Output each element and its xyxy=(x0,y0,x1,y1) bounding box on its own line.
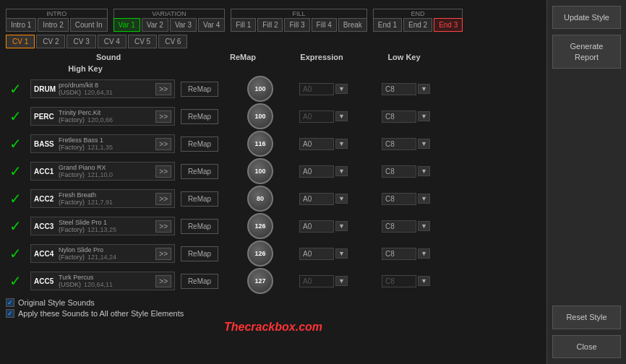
high-key-arrow-7[interactable]: ▼ xyxy=(418,276,430,286)
high-key-input-3[interactable] xyxy=(382,165,416,178)
remap-btn-6[interactable]: ReMap xyxy=(181,246,218,261)
remap-btn-3[interactable]: ReMap xyxy=(181,164,218,179)
instrument-checkbox-5[interactable]: ✓ xyxy=(6,217,25,235)
remap-btn-0[interactable]: ReMap xyxy=(181,82,218,97)
sound-arrow-5[interactable]: >> xyxy=(155,220,171,233)
instrument-checkbox-2[interactable]: ✓ xyxy=(6,134,25,153)
nav-btn-break[interactable]: Break xyxy=(338,18,367,32)
nav-btn-fill1[interactable]: Fill 1 xyxy=(231,18,256,32)
expression-knob-4[interactable]: 80 xyxy=(247,186,273,212)
cv-tab-3[interactable]: CV 4 xyxy=(98,35,127,48)
sound-arrow-2[interactable]: >> xyxy=(155,138,171,150)
high-key-arrow-0[interactable]: ▼ xyxy=(418,84,430,94)
remap-btn-7[interactable]: ReMap xyxy=(181,274,218,289)
low-key-cell-7: ▼ xyxy=(299,275,379,287)
low-key-input-6[interactable] xyxy=(299,248,334,260)
low-key-arrow-0[interactable]: ▼ xyxy=(335,84,348,94)
remap-col-header: ReMap xyxy=(207,53,279,61)
low-key-input-1[interactable] xyxy=(299,110,334,123)
low-key-input-0[interactable] xyxy=(299,83,334,95)
low-key-col-header: Low Key xyxy=(364,53,444,61)
expression-knob-5[interactable]: 126 xyxy=(247,213,273,239)
nav-section-variation: VARIATIONVar 1Var 2Var 3Var 4 xyxy=(113,9,226,32)
high-key-input-6[interactable] xyxy=(382,248,416,260)
remap-btn-1[interactable]: ReMap xyxy=(181,109,218,124)
nav-btn-countin[interactable]: Count In xyxy=(70,18,108,32)
expression-knob-2[interactable]: 116 xyxy=(247,131,273,157)
nav-btn-fill3[interactable]: Fill 3 xyxy=(284,18,309,32)
generate-report-button[interactable]: Generate Report xyxy=(552,35,621,69)
low-key-cell-3: ▼ xyxy=(299,165,379,178)
high-key-arrow-5[interactable]: ▼ xyxy=(418,221,430,231)
nav-btn-var1[interactable]: Var 1 xyxy=(113,18,140,32)
high-key-arrow-4[interactable]: ▼ xyxy=(418,194,430,204)
sound-arrow-6[interactable]: >> xyxy=(155,248,171,260)
sound-arrow-0[interactable]: >> xyxy=(155,83,171,95)
nav-btn-end1[interactable]: End 1 xyxy=(373,18,402,32)
low-key-arrow-5[interactable]: ▼ xyxy=(335,221,348,231)
expression-knob-6[interactable]: 126 xyxy=(247,240,273,266)
cv-tab-5[interactable]: CV 6 xyxy=(158,35,187,48)
update-style-button[interactable]: Update Style xyxy=(552,6,621,29)
option1-checkbox[interactable] xyxy=(6,298,14,307)
high-key-input-4[interactable] xyxy=(382,193,416,205)
cv-tab-2[interactable]: CV 3 xyxy=(67,35,95,48)
nav-btn-var2[interactable]: Var 2 xyxy=(142,18,168,32)
nav-btn-fill4[interactable]: Fill 4 xyxy=(312,18,337,32)
low-key-input-7[interactable] xyxy=(299,275,334,287)
expression-knob-1[interactable]: 100 xyxy=(247,103,273,129)
nav-btn-var3[interactable]: Var 3 xyxy=(170,18,197,32)
nav-btn-fill2[interactable]: Fill 2 xyxy=(257,18,283,32)
expression-knob-3[interactable]: 100 xyxy=(247,158,273,184)
option2-checkbox[interactable] xyxy=(6,309,14,318)
low-key-arrow-7[interactable]: ▼ xyxy=(335,276,348,286)
remap-btn-4[interactable]: ReMap xyxy=(181,191,218,207)
cv-tab-0[interactable]: CV 1 xyxy=(6,35,35,48)
remap-btn-2[interactable]: ReMap xyxy=(181,136,218,152)
expression-knob-7[interactable]: 127 xyxy=(247,268,273,294)
low-key-input-4[interactable] xyxy=(299,193,334,205)
instrument-checkbox-0[interactable]: ✓ xyxy=(6,79,25,98)
high-key-input-0[interactable] xyxy=(382,83,416,95)
sound-arrow-7[interactable]: >> xyxy=(155,275,171,287)
instrument-name-1: PERC xyxy=(34,113,56,121)
low-key-arrow-1[interactable]: ▼ xyxy=(335,111,348,121)
instrument-checkbox-3[interactable]: ✓ xyxy=(6,162,25,181)
sound-arrow-3[interactable]: >> xyxy=(155,165,171,178)
instrument-checkbox-4[interactable]: ✓ xyxy=(6,189,25,208)
high-key-input-1[interactable] xyxy=(382,110,416,123)
high-key-input-7[interactable] xyxy=(382,275,416,287)
nav-btn-intro1[interactable]: Intro 1 xyxy=(6,18,36,32)
instrument-checkbox-1[interactable]: ✓ xyxy=(6,107,25,126)
sound-arrow-4[interactable]: >> xyxy=(155,193,171,205)
nav-btn-end3[interactable]: End 3 xyxy=(434,18,463,32)
instrument-checkbox-7[interactable]: ✓ xyxy=(6,272,25,290)
high-key-arrow-1[interactable]: ▼ xyxy=(418,111,430,121)
low-key-arrow-4[interactable]: ▼ xyxy=(335,194,348,204)
high-key-input-5[interactable] xyxy=(382,220,416,233)
nav-btn-var4[interactable]: Var 4 xyxy=(198,18,225,32)
nav-btn-intro2[interactable]: Intro 2 xyxy=(38,18,68,32)
low-key-input-5[interactable] xyxy=(299,220,334,233)
sound-cell-7: ACC5Turk Percus(USDK)120,64,11>> xyxy=(30,272,175,290)
high-key-arrow-3[interactable]: ▼ xyxy=(418,166,430,176)
reset-style-button[interactable]: Reset Style xyxy=(552,306,621,329)
instrument-checkbox-6[interactable]: ✓ xyxy=(6,244,25,263)
expression-knob-0[interactable]: 100 xyxy=(247,76,273,102)
close-button[interactable]: Close xyxy=(552,335,621,358)
high-key-arrow-2[interactable]: ▼ xyxy=(418,139,430,149)
low-key-input-3[interactable] xyxy=(299,165,334,178)
nav-section-intro: INTROIntro 1Intro 2Count In xyxy=(6,9,108,32)
sound-cell-1: PERCTrinity Perc.Kit(Factory)120,0,66>> xyxy=(30,107,175,126)
high-key-input-2[interactable] xyxy=(382,138,416,150)
low-key-input-2[interactable] xyxy=(299,138,334,150)
nav-btn-end2[interactable]: End 2 xyxy=(403,18,432,32)
cv-tab-1[interactable]: CV 2 xyxy=(36,35,65,48)
low-key-arrow-3[interactable]: ▼ xyxy=(335,166,348,176)
low-key-arrow-6[interactable]: ▼ xyxy=(335,248,348,259)
low-key-arrow-2[interactable]: ▼ xyxy=(335,139,348,149)
cv-tab-4[interactable]: CV 5 xyxy=(128,35,157,48)
remap-btn-5[interactable]: ReMap xyxy=(181,219,218,234)
high-key-arrow-6[interactable]: ▼ xyxy=(418,248,430,259)
sound-arrow-1[interactable]: >> xyxy=(155,110,171,123)
